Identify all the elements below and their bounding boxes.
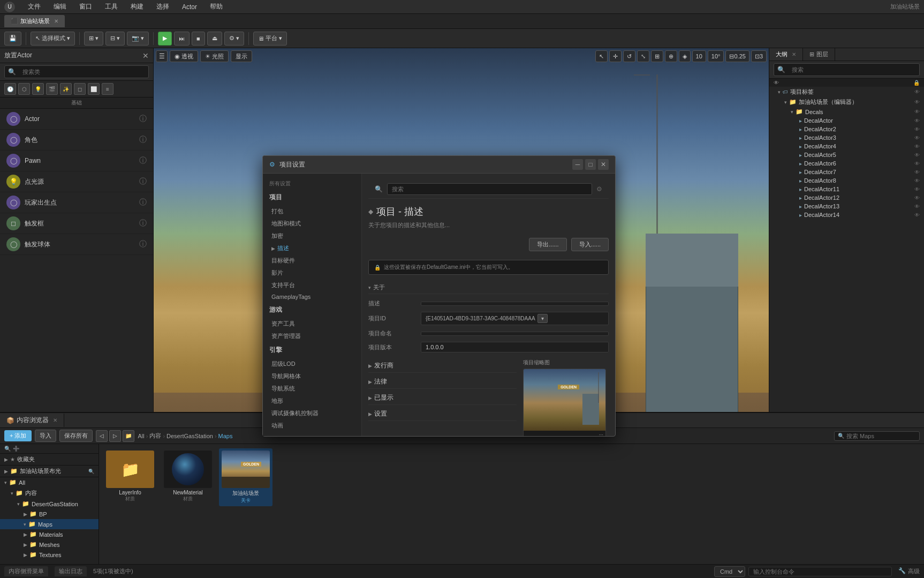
encryption-item[interactable]: 加密 [263,230,361,242]
dialog-sidebar: 所有设置 项目 打包 地图和模式 加密 ▶ 描述 目标硬件 影片 支持平台 Ga… [263,174,362,436]
debug-camera-item[interactable]: 调试摄像机控制器 [263,407,361,419]
desc-label: 描述 [368,299,416,307]
about-header[interactable]: ▾ 关于 [368,281,609,294]
prop-project-name: 项目命名 [368,327,609,340]
dialog-content: 🔍 ⚙ ◆ 项目 - 描述 关于您项目的描述和其他信息... 导出...... [362,174,615,436]
gameplay-tags-item[interactable]: GameplayTags [263,291,361,302]
lock-icon: 🔒 [374,265,381,271]
dialog-search-settings-icon[interactable]: ⚙ [596,185,602,193]
projname-value[interactable] [421,332,609,336]
dialog-maximize-btn[interactable]: □ [585,159,596,170]
project-settings-dialog: ⚙ 项目设置 ─ □ ✕ 所有设置 项目 打包 地图和模式 加密 ▶ 描述 目 [262,155,616,437]
projver-label: 项目版本 [368,343,416,351]
dialog-overlay: ⚙ 项目设置 ─ □ ✕ 所有设置 项目 打包 地图和模式 加密 ▶ 描述 目 [0,0,924,578]
project-group-label: 项目 [263,190,361,205]
legal-expand-icon: ▶ [368,379,372,385]
project-thumbnail: GOLDEN ··· [523,369,606,436]
all-settings-item[interactable]: 所有设置 [263,178,361,190]
dialog-close-btn[interactable]: ✕ [598,159,609,170]
dialog-search-input[interactable] [387,183,592,195]
prop-project-version: 项目版本 1.0.0.0 [368,340,609,355]
export-import-row: 导出...... 导入...... [368,238,609,251]
displayed-label: 已显示 [374,393,393,402]
displayed-section[interactable]: ▶ 已显示 [368,391,517,405]
projectid-text: {E14051AD-4BD9-31B7-3A9C-4084878DAAA [426,316,535,321]
thumbnail-more-area: ▶ 发行商 ▶ 法律 ▶ 已显示 ▶ 设置 [368,359,609,436]
dialog-ue-icon: ⚙ [269,161,275,168]
about-expand-icon: ▾ [368,285,371,290]
thumbnail-scene-bg: GOLDEN [524,369,605,431]
animation-item[interactable]: 动画 [263,419,361,432]
dialog-search-bar: 🔍 ⚙ [368,180,609,199]
thumbnail-label: 项目缩略图 [523,359,609,366]
description-label: 描述 [277,244,289,252]
projectid-label: 项目ID [368,314,416,322]
thumbnail-container: 项目缩略图 GOLDEN ··· [523,359,609,436]
more-sections: ▶ 发行商 ▶ 法律 ▶ 已显示 ▶ 设置 [368,359,517,436]
target-hardware-item[interactable]: 目标硬件 [263,254,361,267]
thumbnail-controls: ··· [524,431,605,436]
dialog-title: 项目设置 [279,160,305,169]
movies-item[interactable]: 影片 [263,267,361,279]
displayed-expand-icon: ▶ [368,395,372,401]
publisher-section[interactable]: ▶ 发行商 [368,359,517,373]
asset-manager-item[interactable]: 资产管理器 [263,330,361,342]
settings-section[interactable]: ▶ 设置 [368,407,517,421]
settings-title-area: ◆ 项目 - 描述 关于您项目的描述和其他信息... [368,199,609,238]
supported-platforms-item[interactable]: 支持平台 [263,279,361,291]
settings-expand-icon: ▶ [368,411,372,417]
section-title-text: 项目 - 描述 [376,205,423,218]
projname-label: 项目命名 [368,329,416,337]
projectid-value[interactable]: {E14051AD-4BD9-31B7-3A9C-4084878DAAA ▾ [421,312,609,325]
settings-section-label: 设置 [374,409,387,418]
dialog-search-icon: 🔍 [375,185,383,193]
publisher-expand-icon: ▶ [368,363,372,369]
packaging-item[interactable]: 打包 [263,205,361,217]
export-btn[interactable]: 导出...... [529,238,566,251]
dialog-minimize-btn[interactable]: ─ [572,159,583,170]
dialog-controls: ─ □ ✕ [572,159,609,170]
terrain-item[interactable]: 地形 [263,395,361,407]
section-subtitle: 关于您项目的描述和其他信息... [368,221,609,229]
engine-group-label: 引擎 [263,342,361,358]
asset-tools-item[interactable]: 资产工具 [263,318,361,330]
publisher-label: 发行商 [374,361,393,370]
game-group-label: 游戏 [263,302,361,318]
dialog-header: ⚙ 项目设置 ─ □ ✕ [263,156,615,174]
desc-value[interactable] [421,302,609,306]
prop-project-id: 项目ID {E14051AD-4BD9-31B7-3A9C-4084878DAA… [368,310,609,327]
import-btn[interactable]: 导入...... [571,238,609,251]
dialog-body: 所有设置 项目 打包 地图和模式 加密 ▶ 描述 目标硬件 影片 支持平台 Ga… [263,174,615,436]
legal-label: 法律 [374,377,387,386]
legal-section[interactable]: ▶ 法律 [368,375,517,389]
thumbnail-more-btn[interactable]: ··· [599,432,603,436]
projver-value[interactable]: 1.0.0.0 [421,342,609,352]
notice-bar: 🔒 这些设置被保存在DefaultGame.ini中，它当前可写入。 [368,260,609,275]
notice-text: 这些设置被保存在DefaultGame.ini中，它当前可写入。 [384,264,513,271]
hlod-item[interactable]: 层级LOD [263,358,361,370]
about-label: 关于 [373,283,385,291]
about-group: ▾ 关于 描述 项目ID {E14051AD-4BD9-31B7-3A9C-40… [368,281,609,355]
navmesh-item[interactable]: 导航网格体 [263,370,361,382]
settings-section-title: ◆ 项目 - 描述 [368,205,609,218]
projectid-dropdown-btn[interactable]: ▾ [537,314,548,323]
maps-modes-item[interactable]: 地图和模式 [263,217,361,230]
triangle-icon: ◆ [368,208,373,215]
navsystem-item[interactable]: 导航系统 [263,382,361,395]
description-item[interactable]: ▶ 描述 [263,242,361,254]
expand-icon-desc: ▶ [271,246,275,251]
prop-description: 描述 [368,297,609,310]
